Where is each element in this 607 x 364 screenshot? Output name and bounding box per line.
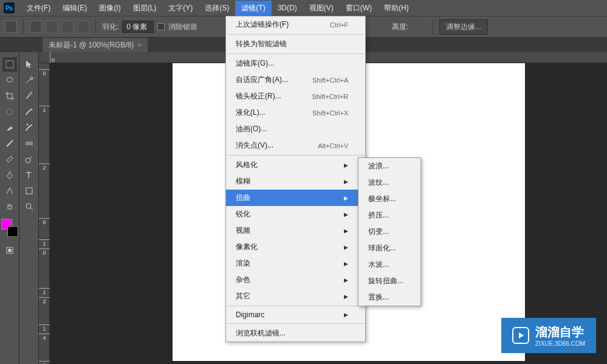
eraser-tool[interactable] (2, 152, 17, 167)
menu-item[interactable]: 置换... (358, 289, 420, 306)
slice-tool[interactable] (22, 89, 36, 103)
menu-3d[interactable]: 3D(D) (272, 1, 303, 15)
ruler-tick: 0 (50, 52, 55, 63)
lasso-tool[interactable] (2, 73, 17, 88)
antialias-checkbox[interactable] (157, 23, 165, 30)
menu-item[interactable]: 视频▶ (226, 222, 365, 239)
menu-item[interactable]: 渲染▶ (226, 255, 365, 272)
ruler-tick: 2 (39, 163, 50, 171)
menubar: Ps 文件(F) 编辑(E) 图像(I) 图层(L) 文字(Y) 选择(S) 滤… (0, 0, 607, 16)
history-brush-tool[interactable] (22, 120, 36, 135)
height-label: 高度: (392, 22, 408, 32)
document-tab-title: 未标题-1 @ 100%(RGB/8) (49, 40, 134, 50)
menu-view[interactable]: 视图(V) (303, 1, 340, 16)
move-tool[interactable] (22, 57, 36, 72)
menu-item[interactable]: 极坐标... (358, 191, 420, 207)
menu-item[interactable]: 旋转扭曲... (358, 273, 420, 289)
menu-item[interactable]: 挤压... (358, 207, 420, 224)
app-logo: Ps (4, 2, 15, 13)
hand-tool[interactable] (2, 199, 17, 214)
menu-item[interactable]: 球面化... (358, 240, 420, 256)
filter-dropdown: 上次滤镜操作(F)Ctrl+F转换为智能滤镜滤镜库(G)...自适应广角(A).… (225, 16, 366, 342)
path-tool[interactable] (2, 184, 17, 198)
dodge-tool[interactable] (22, 152, 36, 167)
menu-item[interactable]: 扭曲▶ (226, 190, 365, 206)
quickmask-toggle[interactable] (2, 243, 17, 258)
menu-select[interactable]: 选择(S) (199, 1, 235, 16)
close-icon[interactable]: × (137, 41, 141, 49)
menu-edit[interactable]: 编辑(E) (57, 1, 93, 16)
menu-item[interactable]: 其它▶ (226, 288, 365, 304)
healing-tool[interactable] (2, 120, 17, 135)
marquee-tool[interactable] (2, 57, 17, 72)
selection-mode-new[interactable] (30, 21, 42, 33)
menu-item[interactable]: 转换为智能滤镜 (226, 36, 365, 52)
menu-item[interactable]: 水波... (358, 256, 420, 273)
menu-layer[interactable]: 图层(L) (127, 1, 163, 16)
refine-edge-button[interactable]: 调整边缘... (439, 19, 488, 35)
menu-item[interactable]: Digimarc▶ (226, 307, 365, 322)
menu-item[interactable]: 油画(O)... (226, 121, 365, 137)
color-swatch[interactable] (1, 219, 18, 232)
crop-tool[interactable] (2, 89, 17, 103)
menu-item[interactable]: 像素化▶ (226, 239, 365, 255)
menu-item[interactable]: 滤镜库(G)... (226, 55, 365, 72)
tool-preset-icon[interactable] (5, 21, 17, 33)
feather-input[interactable] (122, 21, 154, 33)
menu-item[interactable]: 浏览联机滤镜... (226, 325, 365, 342)
svg-rect-7 (26, 188, 32, 194)
menu-window[interactable]: 窗口(W) (340, 1, 378, 16)
menu-item[interactable]: 波浪... (358, 158, 420, 174)
watermark-text: 溜溜自学 (535, 324, 585, 340)
toolbox-right: T (19, 52, 39, 364)
menu-item[interactable]: 自适应广角(A)...Shift+Ctrl+A (226, 72, 365, 88)
menu-item[interactable]: 切变... (358, 224, 420, 240)
distort-submenu: 波浪...波纹...极坐标...挤压...切变...球面化...水波...旋转扭… (358, 157, 421, 306)
ruler-tick: 8 (39, 218, 50, 225)
svg-text:T: T (26, 170, 32, 180)
shape-tool[interactable] (22, 184, 36, 198)
menu-item[interactable]: 杂色▶ (226, 272, 365, 288)
brush-tool[interactable] (22, 105, 36, 119)
svg-point-5 (26, 158, 30, 163)
selection-mode-subtract[interactable] (61, 21, 74, 33)
ruler-tick: 0 (39, 69, 50, 77)
svg-point-8 (26, 204, 31, 208)
text-tool[interactable]: T (22, 168, 36, 182)
watermark-sub: ZIXUE.3D66.COM (535, 340, 585, 347)
menu-item[interactable]: 消失点(V)...Alt+Ctrl+V (226, 137, 365, 154)
feather-label: 羽化: (102, 22, 118, 32)
pen-tool[interactable] (2, 168, 17, 182)
selection-mode-add[interactable] (46, 21, 58, 33)
menu-help[interactable]: 帮助(H) (378, 1, 415, 16)
ruler-tick: 1 (39, 239, 50, 247)
eyedropper-tool[interactable] (2, 105, 17, 119)
menu-item[interactable]: 风格化▶ (226, 157, 365, 173)
ruler-vertical: 0 1 2 8 1 0 1 2 1 4 1 (39, 63, 50, 364)
menu-image[interactable]: 图像(I) (93, 1, 126, 16)
background-color[interactable] (7, 226, 18, 237)
watermark: 溜溜自学 ZIXUE.3D66.COM (501, 318, 596, 353)
zoom-tool[interactable] (22, 199, 36, 214)
antialias-label: 消除锯齿 (168, 22, 197, 32)
menu-item[interactable]: 锐化▶ (226, 206, 365, 222)
menu-item[interactable]: 镜头校正(R)...Shift+Ctrl+R (226, 88, 365, 105)
wand-tool[interactable] (22, 73, 36, 88)
play-icon (512, 327, 529, 344)
svg-point-1 (7, 109, 13, 115)
menu-file[interactable]: 文件(F) (21, 1, 57, 16)
svg-rect-0 (6, 61, 13, 68)
toolbox-left (0, 52, 19, 364)
menu-type[interactable]: 文字(Y) (162, 1, 199, 16)
stamp-tool[interactable] (2, 136, 17, 151)
document-tab[interactable]: 未标题-1 @ 100%(RGB/8) × (43, 38, 148, 53)
gradient-tool[interactable] (22, 136, 36, 151)
menu-item[interactable]: 模糊▶ (226, 173, 365, 190)
selection-mode-intersect[interactable] (77, 21, 89, 33)
menu-item[interactable]: 液化(L)...Shift+Ctrl+X (226, 105, 365, 121)
ruler-tick: 1 (39, 325, 50, 332)
menu-item[interactable]: 上次滤镜操作(F)Ctrl+F (226, 16, 365, 33)
menu-item[interactable]: 波纹... (358, 174, 420, 191)
menu-filter[interactable]: 滤镜(T) (235, 1, 271, 16)
ruler-tick: 1 (39, 106, 50, 113)
